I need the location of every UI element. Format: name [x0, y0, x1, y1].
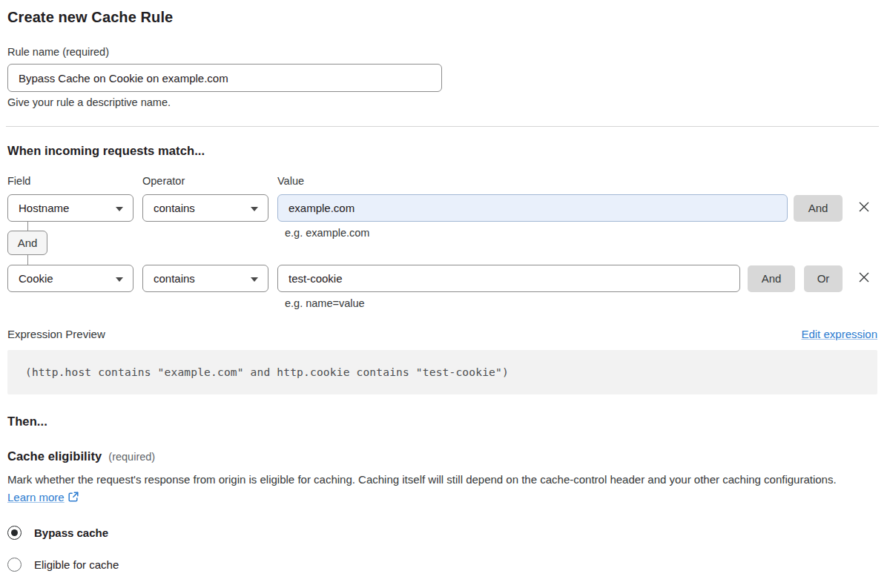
external-link-icon [67, 490, 79, 508]
condition-row-2: Cookie contains And Or e.g. name=value [7, 265, 877, 292]
close-icon [857, 199, 871, 217]
cache-eligibility-title: Cache eligibility [7, 449, 102, 463]
operator-select-1[interactable]: contains [142, 194, 268, 222]
chevron-down-icon [251, 277, 258, 282]
value-input-2[interactable] [277, 265, 740, 292]
connector-line-bottom [27, 255, 28, 265]
operator-select-2-value: contains [154, 272, 195, 285]
operator-column-label: Operator [142, 175, 277, 187]
expression-preview-label: Expression Preview [7, 328, 105, 340]
radio-selected-icon [7, 526, 22, 540]
radio-option-bypass-cache[interactable]: Bypass cache [7, 526, 877, 540]
required-tag: (required) [108, 451, 155, 463]
condition-column-labels: Field Operator Value [7, 175, 877, 187]
cache-eligibility-description-text: Mark whether the request's response from… [7, 473, 837, 486]
rule-name-input[interactable] [7, 64, 442, 92]
chevron-down-icon [116, 207, 123, 211]
value-input-1[interactable] [277, 194, 788, 222]
chevron-down-icon [251, 207, 258, 211]
value-column-label: Value [277, 175, 877, 187]
condition-row-1: Hostname contains And e.g. example.com [7, 194, 877, 222]
field-column-label: Field [7, 175, 142, 187]
field-select-1-value: Hostname [19, 202, 69, 214]
create-cache-rule-form: Create new Cache Rule Rule name (require… [0, 0, 890, 572]
edit-expression-link[interactable]: Edit expression [801, 328, 877, 340]
remove-condition-1-button[interactable] [855, 199, 873, 217]
remove-condition-2-button[interactable] [855, 270, 873, 288]
radio-label: Eligible for cache [34, 558, 119, 571]
field-select-2-value: Cookie [19, 272, 53, 285]
value-hint-1: e.g. example.com [285, 227, 369, 239]
expression-code: (http.host contains "example.com" and ht… [25, 366, 509, 378]
connector-line-top [27, 222, 28, 231]
operator-select-2[interactable]: contains [142, 265, 268, 292]
field-select-2[interactable]: Cookie [7, 265, 134, 292]
operator-select-1-value: contains [154, 202, 195, 214]
expression-header: Expression Preview Edit expression [7, 328, 877, 340]
learn-more-link[interactable]: Learn more [7, 491, 65, 503]
radio-option-eligible-for-cache[interactable]: Eligible for cache [7, 558, 877, 572]
close-icon [857, 270, 871, 287]
cache-eligibility-heading: Cache eligibility (required) [7, 449, 877, 463]
radio-unselected-icon [7, 558, 22, 572]
radio-label: Bypass cache [34, 526, 108, 539]
connector-and-chip[interactable]: And [7, 231, 47, 255]
value-hint-2: e.g. name=value [285, 297, 365, 309]
and-button-row-2[interactable]: And [748, 265, 795, 292]
section-divider [6, 126, 879, 127]
rule-name-help: Give your rule a descriptive name. [7, 96, 877, 108]
then-heading: Then... [7, 414, 877, 429]
rule-name-label: Rule name (required) [7, 46, 877, 58]
page-title: Create new Cache Rule [7, 9, 877, 26]
match-heading: When incoming requests match... [7, 144, 877, 158]
or-button-row-2[interactable]: Or [804, 265, 843, 292]
cache-eligibility-description: Mark whether the request's response from… [7, 471, 868, 508]
expression-code-block: (http.host contains "example.com" and ht… [7, 350, 877, 394]
condition-connector: And [7, 222, 156, 265]
and-button-row-1[interactable]: And [794, 195, 843, 222]
field-select-1[interactable]: Hostname [7, 194, 134, 222]
chevron-down-icon [116, 277, 123, 282]
